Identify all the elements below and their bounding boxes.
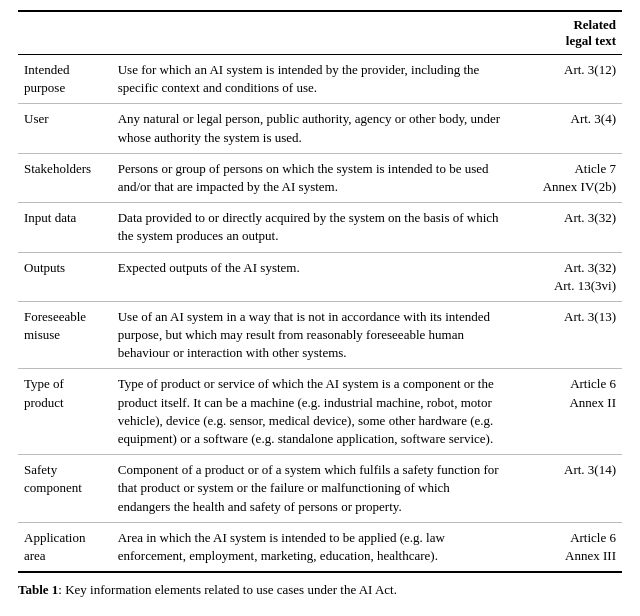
- table-row: Foreseeable misuseUse of an AI system in…: [18, 301, 622, 369]
- cell-element: Outputs: [18, 252, 112, 301]
- col-header-description: [112, 11, 508, 55]
- cell-legal: Art. 3(32)Art. 13(3vi): [507, 252, 622, 301]
- cell-description: Expected outputs of the AI system.: [112, 252, 508, 301]
- table-row: Application areaArea in which the AI sys…: [18, 522, 622, 572]
- cell-description: Type of product or service of which the …: [112, 369, 508, 455]
- cell-element: Foreseeable misuse: [18, 301, 112, 369]
- col-header-legal-line1: Relatedlegal text: [566, 17, 616, 48]
- cell-element: Intended purpose: [18, 55, 112, 104]
- cell-legal: Art. 3(32): [507, 203, 622, 252]
- cell-legal: Aticle 7Annex IV(2b): [507, 153, 622, 202]
- cell-description: Component of a product or of a system wh…: [112, 455, 508, 523]
- cell-element: Input data: [18, 203, 112, 252]
- table-row: Intended purposeUse for which an AI syst…: [18, 55, 622, 104]
- cell-element: Application area: [18, 522, 112, 572]
- table-row: Type of productType of product or servic…: [18, 369, 622, 455]
- table-caption: Table 1: Key information elements relate…: [18, 581, 622, 600]
- table-row: UserAny natural or legal person, public …: [18, 104, 622, 153]
- table-row: OutputsExpected outputs of the AI system…: [18, 252, 622, 301]
- cell-description: Data provided to or directly acquired by…: [112, 203, 508, 252]
- cell-description: Use of an AI system in a way that is not…: [112, 301, 508, 369]
- table-row: Safety componentComponent of a product o…: [18, 455, 622, 523]
- cell-element: Type of product: [18, 369, 112, 455]
- col-header-element: [18, 11, 112, 55]
- cell-element: Safety component: [18, 455, 112, 523]
- cell-legal: Art. 3(4): [507, 104, 622, 153]
- cell-legal: Article 6Annex II: [507, 369, 622, 455]
- cell-description: Use for which an AI system is intended b…: [112, 55, 508, 104]
- cell-element: User: [18, 104, 112, 153]
- caption-text: : Key information elements related to us…: [58, 582, 397, 597]
- cell-legal: Art. 3(14): [507, 455, 622, 523]
- cell-legal: Article 6Annex III: [507, 522, 622, 572]
- table-row: StakeholdersPersons or group of persons …: [18, 153, 622, 202]
- cell-description: Persons or group of persons on which the…: [112, 153, 508, 202]
- cell-description: Any natural or legal person, public auth…: [112, 104, 508, 153]
- cell-legal: Art. 3(12): [507, 55, 622, 104]
- caption-label: Table 1: [18, 582, 58, 597]
- cell-element: Stakeholders: [18, 153, 112, 202]
- col-header-legal: Relatedlegal text: [507, 11, 622, 55]
- cell-description: Area in which the AI system is intended …: [112, 522, 508, 572]
- cell-legal: Art. 3(13): [507, 301, 622, 369]
- main-table: Relatedlegal text Intended purposeUse fo…: [18, 10, 622, 573]
- table-row: Input dataData provided to or directly a…: [18, 203, 622, 252]
